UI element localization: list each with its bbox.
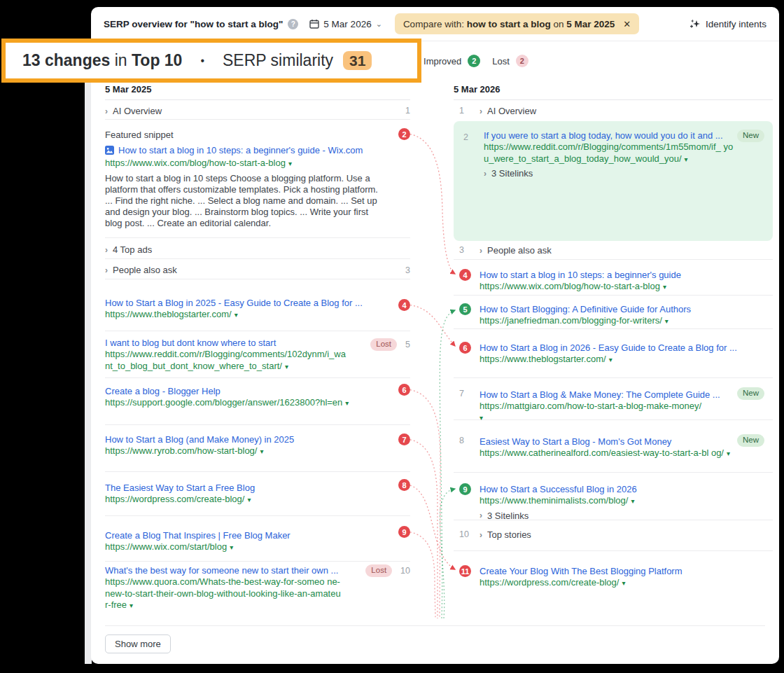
result-url[interactable]: https://janefriedman.com/blogging-for-wr… <box>479 315 738 328</box>
help-icon[interactable]: ? <box>288 19 298 29</box>
close-icon[interactable]: ✕ <box>623 19 631 29</box>
feature-label: People also ask <box>487 245 552 256</box>
result-title[interactable]: I want to blog but dont know where to st… <box>105 337 347 349</box>
sitelinks-toggle[interactable]: ›3 Sitelinks <box>479 511 738 521</box>
organic-result-row: 5 How to Start Blogging: A Definitive Gu… <box>454 296 773 329</box>
dropdown-arrow-icon[interactable]: ▾ <box>285 363 288 370</box>
lost-pill: Lost <box>370 338 397 351</box>
result-url[interactable]: https://www.quora.com/Whats-the-best-way… <box>105 576 344 612</box>
result-url[interactable]: https://www.wix.com/blog/how-to-start-a-… <box>105 158 382 170</box>
rank-badge: 2 <box>398 128 410 140</box>
rank-badge: 9 <box>398 526 410 538</box>
dropdown-arrow-icon[interactable]: ▾ <box>345 399 349 407</box>
result-url[interactable]: https://wordpress.com/create-blog/▾ <box>479 577 738 590</box>
result-description: How to start a blog in 10 steps Choose a… <box>105 173 382 229</box>
result-url[interactable]: https://www.wix.com/start/blog▾ <box>105 541 382 554</box>
feature-label: AI Overview <box>113 106 162 116</box>
serp-feature-row: ›People also ask 3 <box>105 259 410 279</box>
result-url[interactable]: https://www.reddit.com/r/Blogging/commen… <box>484 141 734 165</box>
result-title[interactable]: Create a blog - Blogger Help <box>105 385 382 397</box>
result-url[interactable]: https://www.theblogstarter.com/▾ <box>479 354 738 366</box>
position-number: 1 <box>405 106 410 116</box>
result-title[interactable]: What's the best way for someone new to s… <box>105 564 344 576</box>
ai-overview-toggle[interactable]: ›AI Overview <box>479 104 773 116</box>
image-icon <box>105 146 114 158</box>
serp-feature-row: 1 ›AI Overview <box>454 104 773 120</box>
top-stories-toggle[interactable]: ›Top stories <box>479 520 773 540</box>
result-url[interactable]: https://support.google.com/blogger/answe… <box>105 397 382 410</box>
rank-badge: 5 <box>459 303 471 315</box>
result-title[interactable]: How to start a blog in 10 steps: a begin… <box>479 269 738 281</box>
dropdown-arrow-icon[interactable]: ▾ <box>663 283 666 291</box>
chevron-right-icon: › <box>479 246 482 256</box>
feature-label: AI Overview <box>487 106 536 116</box>
compare-with-pill[interactable]: Compare with: how to start a blog on 5 M… <box>395 13 639 34</box>
result-title[interactable]: If you were to start a blog today, how w… <box>484 130 734 141</box>
compare-date: 5 Mar 2025 <box>566 19 615 29</box>
result-title[interactable]: Create a Blog That Inspires | Free Blog … <box>105 529 382 541</box>
compare-on: on <box>551 19 567 29</box>
dropdown-arrow-icon[interactable]: ▾ <box>727 450 730 457</box>
result-url[interactable]: https://www.reddit.com/r/Blogging/commen… <box>105 349 347 373</box>
position-number: 7 <box>459 389 464 398</box>
new-pill: New <box>737 387 764 400</box>
serp-overview-panel: SERP overview for "how to start a blog" … <box>91 7 779 664</box>
lost-label: Lost <box>492 56 510 67</box>
organic-result-row: The Easiest Way to Start a Free Blog htt… <box>105 472 410 516</box>
sitelinks-toggle[interactable]: ›3 Sitelinks <box>484 168 734 179</box>
dropdown-arrow-icon[interactable]: ▾ <box>622 579 625 587</box>
top-ads-toggle[interactable]: ›4 Top ads <box>105 238 410 255</box>
result-title[interactable]: How to Start Blogging: A Definitive Guid… <box>479 303 738 315</box>
result-url[interactable]: https://wordpress.com/create-blog/▾ <box>105 494 382 506</box>
organic-result-row: How to Start a Blog in 2025 - Easy Guide… <box>105 279 410 331</box>
dropdown-arrow-icon[interactable]: ▾ <box>234 311 238 319</box>
result-title[interactable]: How to Start a Blog (and Make Money) in … <box>105 433 382 445</box>
result-url[interactable]: https://www.theblogstarter.com/▾ <box>105 309 382 321</box>
serp-compare-screen: SERP overview for "how to start a blog" … <box>0 0 784 673</box>
organic-result-row: 11 Create Your Blog With The Best Bloggi… <box>454 558 773 606</box>
serp-similarity-callout: 13 changes in Top 10 • SERP similarity 3… <box>1 39 421 83</box>
result-title[interactable]: How to Start a Blog in 2026 - Easy Guide… <box>479 342 738 354</box>
result-title[interactable]: How to start a blog in 10 steps: a begin… <box>105 144 382 158</box>
dropdown-arrow-icon[interactable]: ▾ <box>631 497 634 505</box>
changes-summary: 13 changes in Top 10 <box>22 51 182 70</box>
people-also-ask-toggle[interactable]: ›People also ask <box>105 259 410 275</box>
show-more-button[interactable]: Show more <box>105 634 171 653</box>
people-also-ask-toggle[interactable]: ›People also ask <box>479 242 773 256</box>
dropdown-arrow-icon[interactable]: ▾ <box>130 602 133 609</box>
dropdown-arrow-icon[interactable]: ▾ <box>609 356 612 363</box>
result-url[interactable]: https://www.catherinealford.com/easiest-… <box>479 447 734 460</box>
result-title[interactable]: The Easiest Way to Start a Free Blog <box>105 482 382 494</box>
rank-badge: 6 <box>398 384 410 396</box>
result-title[interactable]: How to Start a Blog in 2025 - Easy Guide… <box>105 297 382 309</box>
dropdown-arrow-icon[interactable]: ▾ <box>260 447 263 455</box>
result-title[interactable]: How to Start a Blog & Make Money: The Co… <box>479 389 734 401</box>
dropdown-arrow-icon[interactable]: ▾ <box>665 317 668 325</box>
dropdown-arrow-icon[interactable]: ▾ <box>685 155 688 163</box>
dropdown-arrow-icon[interactable]: ▾ <box>288 160 292 167</box>
result-url[interactable]: https://www.wix.com/blog/how-to-start-a-… <box>479 281 738 293</box>
serp-feature-row: ›4 Top ads <box>105 238 410 259</box>
result-title[interactable]: Easiest Way to Start a Blog - Mom's Got … <box>479 436 734 447</box>
identify-intents-button[interactable]: Identify intents <box>690 18 766 29</box>
dropdown-arrow-icon[interactable]: ▾ <box>230 543 233 551</box>
chevron-right-icon: › <box>105 106 108 116</box>
rank-badge: 8 <box>398 479 410 491</box>
rank-badge: 4 <box>459 269 471 281</box>
result-url[interactable]: https://www.ryrob.com/how-start-blog/▾ <box>105 445 382 458</box>
rank-badge: 7 <box>398 433 410 445</box>
result-title[interactable]: How to Start a Successful Blog in 2026 <box>479 483 738 495</box>
result-title[interactable]: Create Your Blog With The Best Blogging … <box>479 565 738 577</box>
organic-result-row: 8 Easiest Way to Start a Blog - Mom's Go… <box>454 420 773 473</box>
chevron-right-icon: › <box>479 530 482 540</box>
sparkle-icon <box>690 18 701 29</box>
organic-result-row: I want to blog but dont know where to st… <box>105 331 410 378</box>
result-url[interactable]: https://www.theminimalists.com/blog/▾ <box>479 495 738 508</box>
featured-snippet-label: Featured snippet <box>105 130 382 140</box>
dropdown-arrow-icon[interactable]: ▾ <box>247 496 251 504</box>
position-number: 10 <box>400 566 410 576</box>
date-picker[interactable]: 5 Mar 2026 ⌄ <box>309 19 382 29</box>
serp-feature-row: 3 ›People also ask <box>454 242 773 260</box>
ai-overview-toggle[interactable]: ›AI Overview <box>105 104 410 116</box>
organic-result-row: 6 How to Start a Blog in 2026 - Easy Gui… <box>454 329 773 378</box>
